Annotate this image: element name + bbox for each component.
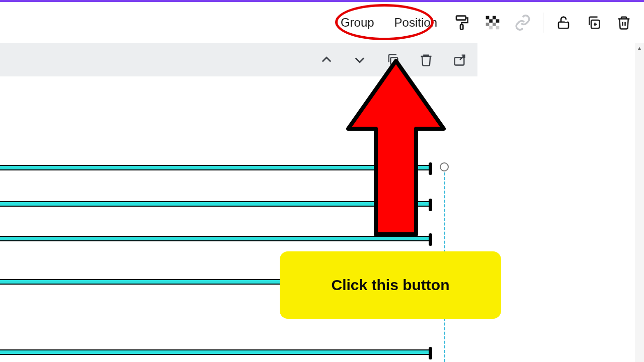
move-up-icon[interactable] (317, 51, 336, 69)
top-toolbar: Group Position (0, 2, 644, 43)
annotation-callout: Click this button (280, 251, 501, 319)
svg-rect-8 (489, 26, 493, 30)
paint-roller-icon[interactable] (452, 13, 472, 33)
svg-rect-9 (496, 26, 500, 30)
svg-rect-10 (558, 22, 569, 29)
svg-rect-0 (456, 16, 466, 20)
group-button[interactable]: Group (336, 13, 379, 33)
canvas-line[interactable] (0, 236, 430, 241)
transparency-icon[interactable] (482, 13, 503, 33)
svg-rect-12 (390, 57, 397, 64)
share-icon[interactable] (450, 51, 468, 69)
rotation-handle[interactable] (440, 162, 449, 171)
callout-text: Click this button (332, 277, 450, 294)
svg-rect-7 (493, 23, 496, 26)
copy-icon[interactable] (384, 51, 402, 69)
svg-rect-3 (493, 16, 496, 20)
svg-rect-4 (489, 19, 493, 23)
canvas-line[interactable] (0, 165, 430, 170)
vertical-scrollbar[interactable]: ▲ (635, 43, 644, 362)
scroll-up-icon[interactable]: ▲ (635, 43, 644, 52)
floating-toolbar (0, 43, 477, 76)
svg-rect-6 (486, 23, 490, 26)
duplicate-icon[interactable] (584, 13, 604, 33)
canvas[interactable] (0, 76, 477, 362)
position-button[interactable]: Position (389, 13, 442, 33)
lock-icon[interactable] (553, 13, 574, 33)
svg-rect-1 (460, 25, 463, 29)
svg-rect-2 (486, 16, 490, 20)
trash-icon[interactable] (614, 13, 634, 33)
toolbar-divider (543, 13, 543, 33)
svg-rect-13 (455, 57, 464, 65)
svg-rect-5 (496, 19, 500, 23)
canvas-line[interactable] (0, 201, 430, 207)
move-down-icon[interactable] (351, 51, 369, 69)
canvas-line[interactable] (0, 349, 430, 355)
link-icon[interactable] (513, 13, 533, 33)
delete-icon[interactable] (417, 51, 435, 69)
canvas-line[interactable] (0, 279, 293, 285)
